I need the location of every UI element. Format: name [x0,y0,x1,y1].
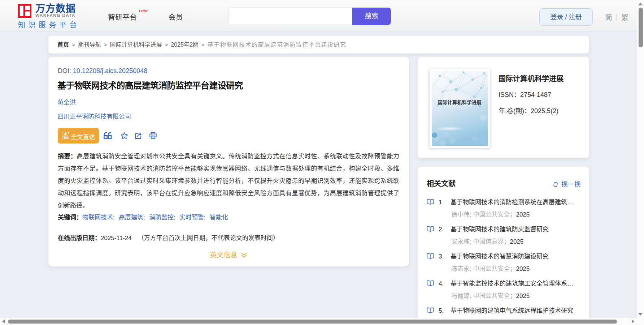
svg-text:free: free [64,136,69,140]
svg-text:国际计算机科学进展: 国际计算机科学进展 [438,99,482,105]
